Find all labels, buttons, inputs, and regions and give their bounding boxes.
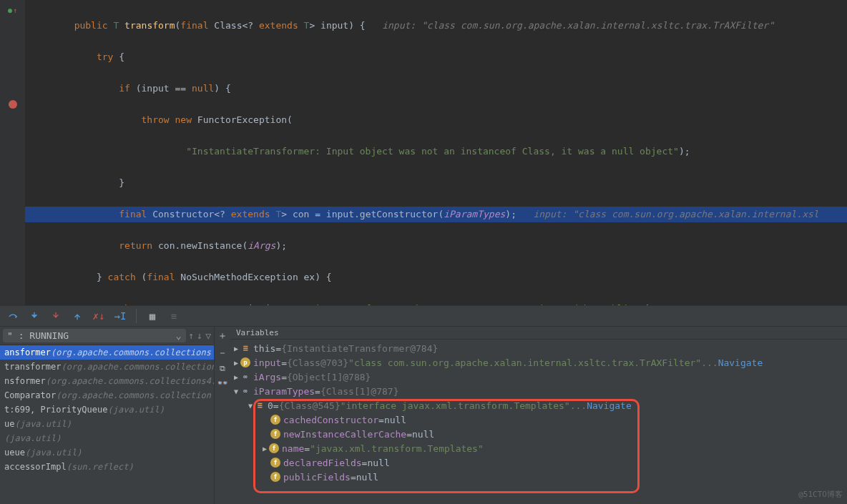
- debug-toolbar: ✗↓ →I ▦ ≡: [0, 305, 847, 327]
- navigate-link[interactable]: Navigate: [587, 400, 632, 411]
- variables-label: Variables: [236, 328, 279, 337]
- frame-item: Comparator (org.apache.commons.collectio…: [0, 388, 214, 402]
- frame-item: ue (java.util): [0, 417, 214, 431]
- add-watch-icon[interactable]: ＋: [217, 330, 227, 342]
- variables-tree[interactable]: ▶≡this = {InstantiateTransformer@784} ▶p…: [230, 340, 847, 504]
- frame-item: nsformer (org.apache.commons.collections…: [0, 374, 214, 388]
- drop-frame-icon[interactable]: ✗↓: [93, 310, 104, 322]
- thread-selector[interactable]: " : RUNNING ⌄: [3, 329, 186, 342]
- breakpoint-icon[interactable]: ✓: [9, 100, 17, 109]
- step-into-icon[interactable]: [29, 310, 40, 322]
- frames-panel: " : RUNNING ⌄ ↑ ↓ ▽ ansformer (org.apach…: [0, 327, 215, 504]
- copy-icon[interactable]: ⧉: [220, 364, 225, 373]
- code-editor[interactable]: public T transform(final Class<? extends…: [25, 0, 847, 305]
- filter-icon[interactable]: ▽: [205, 330, 211, 341]
- frame-item: t:699, PriorityQueue (java.util): [0, 402, 214, 417]
- frame-item: ueue (java.util): [0, 445, 214, 460]
- frame-item: ansformer (org.apache.commons.collection…: [0, 345, 214, 360]
- frames-list[interactable]: ansformer (org.apache.commons.collection…: [0, 345, 214, 504]
- remove-watch-icon[interactable]: －: [217, 347, 227, 360]
- current-execution-line: final Constructor<? extends T> con = inp…: [25, 207, 847, 222]
- frame-item: transformer (org.apache.commons.collecti…: [0, 360, 214, 374]
- step-out-icon[interactable]: [72, 310, 83, 322]
- navigate-link[interactable]: Navigate: [718, 357, 763, 368]
- trace-icon[interactable]: ≡: [168, 310, 180, 322]
- frame-item: (java.util): [0, 431, 214, 445]
- editor-gutter: ●↑ ✓: [0, 0, 25, 305]
- run-to-cursor-icon[interactable]: →I: [114, 310, 126, 322]
- frame-down-icon[interactable]: ↓: [197, 330, 202, 341]
- chevron-down-icon: ⌄: [176, 330, 182, 341]
- step-over-icon[interactable]: [7, 310, 19, 322]
- watermark: @51CTO博客: [798, 489, 843, 500]
- variables-panel: ＋ － ⧉ 👓 Variables ▶≡this = {InstantiateT…: [215, 327, 847, 504]
- evaluate-expression-icon[interactable]: ▦: [147, 310, 158, 322]
- frame-item: accessorImpl (sun.reflect): [0, 460, 214, 474]
- frame-up-icon[interactable]: ↑: [189, 330, 195, 341]
- force-step-into-icon[interactable]: [50, 310, 62, 322]
- watch-icon[interactable]: 👓: [217, 377, 228, 388]
- thread-label: " : RUNNING: [7, 330, 69, 341]
